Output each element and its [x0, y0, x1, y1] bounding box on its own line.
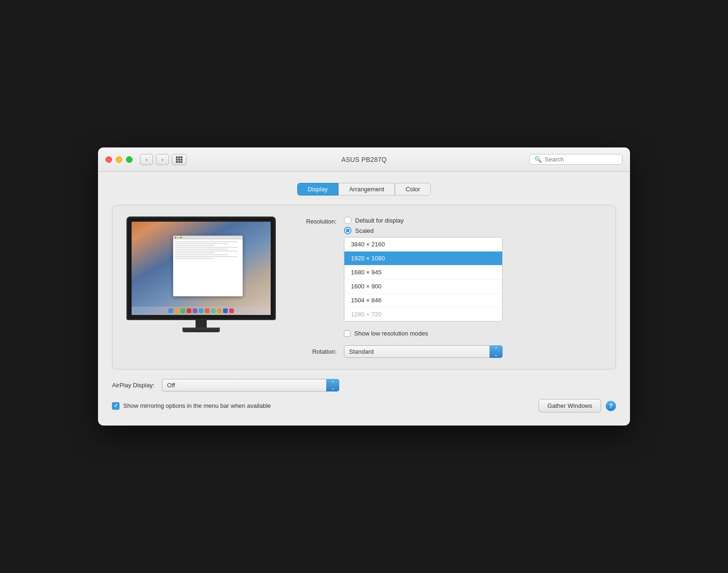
window-title: ASUS PB287Q	[341, 156, 386, 163]
radio-default[interactable]: Default for display	[344, 217, 503, 224]
radio-scaled-label: Scaled	[355, 227, 374, 234]
help-button[interactable]: ?	[606, 401, 616, 411]
airplay-label: AirPlay Display:	[112, 382, 154, 389]
forward-button[interactable]: ›	[156, 154, 169, 165]
search-icon: 🔍	[534, 156, 542, 163]
monitor-stand-base	[182, 328, 220, 332]
monitor-preview	[126, 217, 276, 332]
rotation-label: Rotation:	[294, 348, 336, 355]
mirror-label: Show mirroring options in the menu bar w…	[123, 402, 539, 409]
monitor-frame	[126, 217, 276, 320]
res-item-1[interactable]: 1920 × 1080	[344, 252, 502, 266]
titlebar: ‹ › ASUS PB287Q 🔍	[98, 147, 630, 172]
show-low-res-row: Show low resolution modes	[344, 330, 503, 337]
mirror-row: Show mirroring options in the menu bar w…	[112, 399, 616, 412]
airplay-select[interactable]: Off On	[162, 379, 339, 391]
radio-default-circle	[344, 217, 351, 224]
minimize-button[interactable]	[116, 156, 122, 163]
monitor-stand-neck	[196, 320, 207, 328]
res-item-0[interactable]: 3840 × 2160	[344, 238, 502, 252]
res-item-4[interactable]: 1504 × 846	[344, 293, 502, 307]
resolution-row: Resolution: Default for display Scaled	[294, 217, 602, 337]
resolution-list: 3840 × 2160 1920 × 1080 1680 × 945 1600 …	[344, 237, 503, 321]
tab-arrangement[interactable]: Arrangement	[338, 183, 395, 196]
rotation-row: Rotation: Standard 90° 180° 270° ⌃⌄	[294, 345, 602, 358]
display-row: Resolution: Default for display Scaled	[126, 217, 602, 358]
grid-button[interactable]	[172, 154, 187, 165]
monitor-screen	[132, 222, 271, 315]
gather-windows-button[interactable]: Gather Windows	[539, 399, 601, 412]
tab-display[interactable]: Display	[297, 183, 339, 196]
res-item-3[interactable]: 1600 × 900	[344, 280, 502, 293]
search-box: 🔍	[529, 154, 623, 165]
display-panel: Resolution: Default for display Scaled	[112, 205, 616, 370]
res-item-5[interactable]: 1280 × 720	[344, 307, 502, 321]
show-low-res-checkbox[interactable]	[344, 330, 350, 337]
settings-panel: Resolution: Default for display Scaled	[294, 217, 602, 358]
resolution-label: Resolution:	[294, 218, 336, 225]
close-button[interactable]	[105, 156, 112, 163]
content-area: Display Arrangement Color	[98, 172, 630, 426]
resolution-options: Default for display Scaled 3840 × 2160	[344, 217, 503, 337]
nav-buttons: ‹ ›	[140, 154, 169, 165]
tab-color[interactable]: Color	[395, 183, 431, 196]
tabs: Display Arrangement Color	[112, 183, 616, 196]
radio-scaled-inner	[346, 229, 350, 232]
radio-scaled-circle	[344, 227, 351, 234]
mini-window	[173, 236, 243, 296]
mirror-checkbox[interactable]	[112, 402, 119, 410]
main-window: ‹ › ASUS PB287Q 🔍 Display Arrangement Co…	[98, 147, 630, 426]
airplay-select-wrapper: Off On ⌃⌄	[162, 379, 339, 391]
bottom-controls: AirPlay Display: Off On ⌃⌄	[112, 379, 616, 391]
radio-default-label: Default for display	[355, 217, 404, 224]
show-low-res-label: Show low resolution modes	[354, 330, 428, 337]
maximize-button[interactable]	[126, 156, 133, 163]
rotation-select[interactable]: Standard 90° 180° 270°	[344, 345, 503, 358]
grid-icon	[176, 156, 182, 163]
res-item-2[interactable]: 1680 × 945	[344, 266, 502, 280]
traffic-lights	[105, 156, 133, 163]
back-button[interactable]: ‹	[140, 154, 153, 165]
rotation-select-wrapper: Standard 90° 180° 270° ⌃⌄	[344, 345, 503, 358]
radio-scaled[interactable]: Scaled	[344, 227, 503, 234]
bottom-row-right: Gather Windows ?	[539, 399, 616, 412]
search-input[interactable]	[545, 156, 617, 163]
